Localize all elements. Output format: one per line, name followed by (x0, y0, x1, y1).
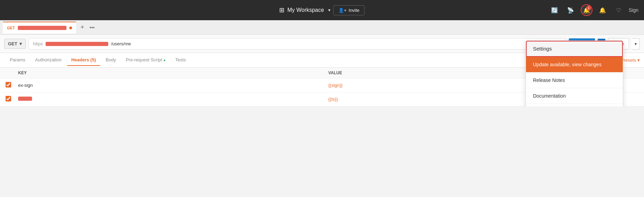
dropdown-documentation-item[interactable]: Documentation (526, 88, 623, 104)
method-caret-icon: ▾ (19, 41, 22, 46)
row2-key (18, 97, 328, 102)
tab-body-label: Body (106, 57, 116, 62)
row2-value-text: {{ts}} (328, 97, 338, 102)
dropdown-release-notes-item[interactable]: Release Notes (526, 72, 623, 88)
dropdown-menu: Settings Update available, view changes … (526, 40, 623, 106)
workspace-label: My Workspace (287, 7, 324, 13)
tab-authorization[interactable]: Authorization (31, 54, 66, 66)
method-label: GET (8, 41, 17, 46)
method-select[interactable]: GET ▾ (4, 39, 26, 49)
satellite-icon: 📡 (567, 7, 574, 14)
tab-tests[interactable]: Tests (171, 54, 190, 66)
tab-unsaved-dot (69, 26, 72, 29)
topbar-right: 🔄 📡 🔔 1 🔔 ♡ Sign (549, 4, 638, 16)
tab-params[interactable]: Params (6, 54, 30, 66)
url-input-area[interactable]: https /users/me (29, 38, 566, 50)
workspace-grid-icon: ⊞ (279, 6, 284, 14)
dropdown-security-item[interactable]: Security (526, 104, 623, 106)
request-tab[interactable]: GET (3, 22, 76, 33)
content-area: GET + ••• GET ▾ https /users/me Send ▾ S… (0, 20, 644, 106)
dropdown-settings-item[interactable]: Settings (526, 41, 623, 57)
add-tab-button[interactable]: + (78, 23, 87, 32)
tab-tests-label: Tests (175, 57, 186, 62)
tab-bar: GET + ••• (0, 20, 644, 35)
tab-authorization-label: Authorization (35, 57, 62, 62)
tab-headers-label: Headers (5) (71, 57, 96, 62)
presets-link[interactable]: Presets ▾ (621, 58, 640, 63)
bell-button[interactable]: 🔔 (597, 4, 608, 16)
row1-checkbox[interactable] (6, 82, 11, 88)
col-key-header: KEY (18, 70, 328, 75)
save-dropdown-button[interactable]: ▾ (632, 38, 640, 50)
tab-body[interactable]: Body (102, 54, 120, 66)
tab-headers[interactable]: Headers (5) (67, 54, 100, 66)
presets-caret-icon: ▾ (637, 58, 640, 63)
notification-button[interactable]: 🔔 1 (581, 4, 592, 16)
tab-pre-request-script[interactable]: Pre-request Script ● (121, 54, 170, 66)
row2-key-redacted (18, 97, 32, 101)
url-prefix: https (33, 41, 43, 46)
more-tabs-button[interactable]: ••• (87, 23, 97, 32)
col-check-header (6, 70, 18, 75)
row1-key: ex-sign (18, 83, 328, 88)
headers-count: (5) (91, 57, 96, 62)
tab-pre-request-label: Pre-request Script ● (126, 57, 165, 62)
notification-badge: 1 (586, 6, 591, 10)
invite-icon: 👤+ (338, 8, 347, 13)
tab-url-redacted (18, 26, 66, 30)
tab-params-label: Params (10, 57, 25, 62)
sign-text: Sign (629, 7, 638, 13)
sync-button[interactable]: 🔄 (549, 4, 560, 16)
satellite-button[interactable]: 📡 (565, 4, 576, 16)
url-suffix: /users/me (111, 41, 131, 46)
heart-icon: ♡ (616, 7, 621, 14)
invite-label: Invite (349, 8, 360, 13)
bell-icon: 🔔 (599, 7, 606, 14)
pre-request-dot: ● (164, 58, 166, 62)
tab-method-badge: GET (7, 26, 15, 30)
invite-button[interactable]: 👤+ Invite (333, 5, 365, 15)
topbar-center: ⊞ My Workspace ▾ 👤+ Invite (279, 5, 364, 15)
row1-check[interactable] (6, 82, 18, 89)
dropdown-update-item[interactable]: Update available, view changes (526, 57, 623, 72)
heart-button[interactable]: ♡ (613, 4, 625, 16)
workspace-caret-icon: ▾ (328, 8, 330, 13)
row2-checkbox[interactable] (6, 96, 11, 101)
sync-icon: 🔄 (551, 7, 558, 14)
row2-check[interactable] (6, 96, 18, 103)
topbar: ⊞ My Workspace ▾ 👤+ Invite 🔄 📡 🔔 1 🔔 ♡ S… (0, 0, 644, 20)
url-redacted-1 (46, 42, 108, 46)
